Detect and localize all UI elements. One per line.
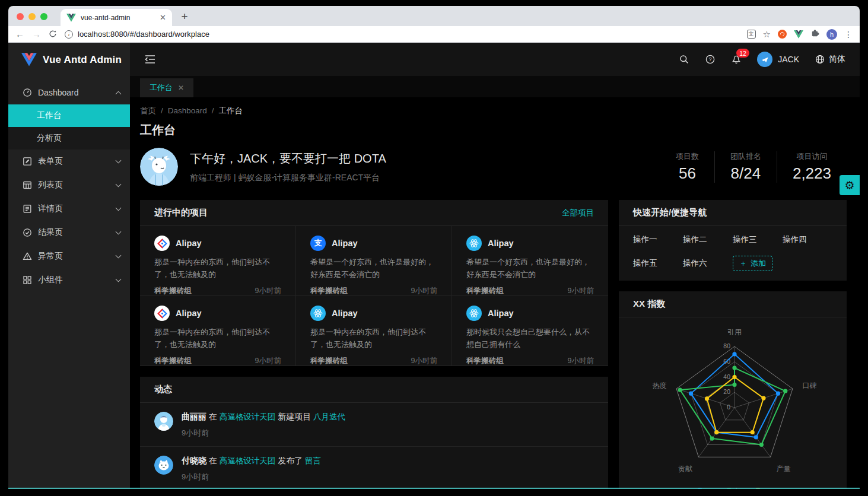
react-icon	[466, 236, 482, 251]
svg-text:80: 80	[723, 342, 730, 349]
antd-icon	[154, 306, 170, 321]
project-name[interactable]: Alipay	[488, 309, 514, 318]
project-card[interactable]: 支Alipay希望是一个好东西，也许是最好的，好东西是不会消亡的科学搬砖组9小时…	[296, 226, 452, 296]
quicknav-link[interactable]: 操作二	[683, 234, 733, 245]
quicknav-title: 快速开始/便捷导航	[633, 207, 832, 218]
tab-close-icon[interactable]: ✕	[160, 14, 166, 21]
project-footer: 科学搬砖组9小时前	[154, 356, 281, 366]
page-body: 首页/Dashboard/工作台 工作台 下午好，JACK，要不要打一把 DOT…	[130, 97, 860, 489]
sidebar: Vue Antd Admin Dashboard 工作台 分析页 表单页列表页详…	[8, 43, 130, 489]
zoom-window-button[interactable]	[40, 13, 47, 20]
notification-bell-icon[interactable]: 12	[731, 54, 742, 65]
activity-card: 动态 曲丽丽 在 高逼格设计天团 新建项目 八月迭代9小时前付晓晓 在 高逼格设…	[140, 377, 608, 489]
project-group-link[interactable]: 科学搬砖组	[154, 356, 192, 366]
project-name[interactable]: Alipay	[332, 239, 358, 248]
reload-icon[interactable]	[49, 30, 57, 39]
legend-item-c[interactable]: c	[755, 486, 769, 489]
language-switcher[interactable]: 简体	[815, 54, 845, 65]
browser-menu-icon[interactable]: ⋮	[844, 30, 853, 39]
close-window-button[interactable]	[17, 13, 24, 20]
project-name[interactable]: Alipay	[332, 309, 358, 318]
browser-tab[interactable]: vue-antd-admin ✕	[61, 9, 172, 26]
extension-orange-icon[interactable]	[778, 30, 787, 39]
project-card[interactable]: Alipay那时候我只会想自己想要什么，从不想自己拥有什么科学搬砖组9小时前	[452, 296, 608, 366]
address-bar[interactable]: i localhost:8080/#/dashboard/workplace	[65, 30, 739, 39]
block-icon	[23, 275, 32, 285]
stat-团队排名: 团队排名8/24	[714, 151, 777, 183]
sidebar-item-analysis[interactable]: 分析页	[8, 127, 130, 150]
user-name: JACK	[778, 55, 799, 64]
project-name[interactable]: Alipay	[488, 239, 514, 248]
sidebar-item-workplace[interactable]: 工作台	[8, 104, 130, 127]
content-right: 快速开始/便捷导航 操作一操作二操作三操作四操作五操作六＋添加 XX 指数 02…	[619, 200, 847, 489]
search-icon[interactable]	[679, 54, 689, 65]
vue-favicon-icon	[66, 13, 76, 23]
quicknav-add-button[interactable]: ＋添加	[733, 256, 772, 271]
quicknav-link[interactable]: 操作五	[633, 258, 683, 269]
back-icon[interactable]: ←	[15, 30, 24, 39]
activity-link[interactable]: 留言	[305, 456, 321, 465]
project-card[interactable]: Alipay希望是一个好东西，也许是最好的，好东西是不会消亡的科学搬砖组9小时前	[452, 226, 608, 296]
check-circle-icon	[23, 228, 32, 237]
project-card[interactable]: Alipay那是一种内在的东西，他们到达不了，也无法触及的科学搬砖组9小时前	[296, 296, 452, 366]
extensions-puzzle-icon[interactable]	[810, 28, 819, 40]
translate-icon[interactable]: 文	[747, 30, 756, 39]
vue-devtools-icon[interactable]	[794, 30, 803, 39]
project-name[interactable]: Alipay	[176, 309, 202, 318]
project-group-link[interactable]: 科学搬砖组	[154, 286, 192, 296]
project-card[interactable]: Alipay那是一种内在的东西，他们到达不了，也无法触及的科学搬砖组9小时前	[140, 226, 296, 296]
project-footer: 科学搬砖组9小时前	[466, 286, 594, 296]
quicknav-link[interactable]: 操作三	[733, 234, 783, 245]
quicknav-link[interactable]: 操作一	[633, 234, 683, 245]
react-icon	[466, 306, 482, 321]
page-tab-workplace[interactable]: 工作台 ✕	[140, 78, 193, 97]
site-info-icon[interactable]: i	[65, 30, 73, 39]
bookmark-star-icon[interactable]: ☆	[763, 29, 771, 40]
plus-icon: ＋	[739, 258, 747, 269]
all-projects-link[interactable]: 全部项目	[562, 208, 594, 218]
radar-chart: 020406080引用口碑产量贡献热度 abc	[619, 317, 847, 489]
welcome-avatar	[140, 148, 178, 186]
project-footer: 科学搬砖组9小时前	[310, 356, 437, 366]
project-card[interactable]: Alipay那是一种内在的东西，他们到达不了，也无法触及的科学搬砖组9小时前	[140, 296, 296, 366]
project-card-top: Alipay	[466, 306, 594, 321]
svg-text:热度: 热度	[652, 381, 666, 390]
sidebar-item-form[interactable]: 表单页	[8, 150, 130, 173]
breadcrumb-item[interactable]: Dashboard	[168, 106, 207, 115]
project-card-top: Alipay	[154, 306, 281, 321]
sidebar-item-dashboard[interactable]: Dashboard	[8, 81, 130, 104]
user-menu[interactable]: JACK	[757, 52, 799, 67]
sidebar-item-check-circle[interactable]: 结果页	[8, 221, 130, 244]
sidebar-item-block[interactable]: 小组件	[8, 268, 130, 292]
sidebar-item-profile[interactable]: 详情页	[8, 197, 130, 221]
legend-item-b[interactable]: b	[726, 486, 740, 489]
activity-link[interactable]: 高逼格设计天团	[220, 456, 276, 465]
browser-profile-avatar[interactable]: h	[826, 29, 837, 40]
sidebar-item-table[interactable]: 列表页	[8, 173, 130, 197]
project-group-link[interactable]: 科学搬砖组	[310, 286, 348, 296]
quicknav-link[interactable]: 操作四	[783, 234, 832, 245]
project-group-link[interactable]: 科学搬砖组	[310, 356, 348, 366]
project-name[interactable]: Alipay	[176, 239, 202, 248]
project-group-link[interactable]: 科学搬砖组	[466, 356, 504, 366]
svg-text:产量: 产量	[777, 465, 791, 473]
help-icon[interactable]: ?	[705, 54, 716, 65]
project-group-link[interactable]: 科学搬砖组	[466, 286, 504, 296]
brand[interactable]: Vue Antd Admin	[8, 43, 130, 77]
quicknav-add-label: 添加	[751, 258, 766, 269]
quicknav-link[interactable]: 操作六	[683, 258, 733, 269]
activity-link[interactable]: 高逼格设计天团	[220, 412, 276, 421]
theme-settings-button[interactable]: ⚙	[840, 175, 860, 195]
minimize-window-button[interactable]	[28, 13, 36, 20]
activity-link[interactable]: 八月迭代	[313, 412, 345, 421]
quicknav-card: 快速开始/便捷导航 操作一操作二操作三操作四操作五操作六＋添加	[619, 200, 847, 281]
sidebar-item-warning[interactable]: 异常页	[8, 244, 130, 268]
forward-icon[interactable]: →	[32, 30, 41, 39]
menu-fold-icon[interactable]	[144, 53, 156, 65]
breadcrumb-item[interactable]: 首页	[140, 106, 156, 115]
stat-label: 团队排名	[730, 151, 761, 162]
tab-close-icon[interactable]: ✕	[178, 84, 184, 92]
table-icon	[23, 180, 32, 190]
new-tab-button[interactable]: +	[177, 9, 192, 24]
legend-item-a[interactable]: a	[697, 486, 711, 489]
